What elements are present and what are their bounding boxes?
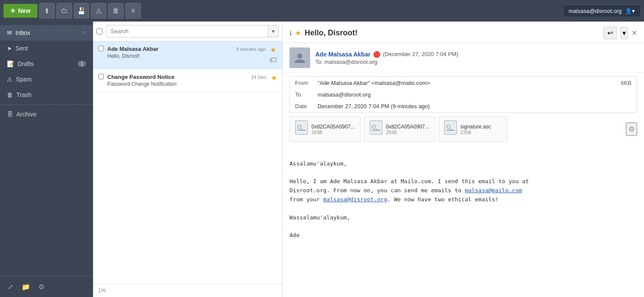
sender-to: To: malsasa@disroot.org	[315, 59, 637, 65]
sender-date: (December 27, 2020 7:04 PM)	[383, 51, 458, 57]
save-button[interactable]: 💾	[74, 3, 89, 19]
meta-from-row: From "Ade Malsasa Akbar" <malsasa@mailo.…	[291, 78, 636, 88]
email-checkbox-2[interactable]	[98, 74, 104, 79]
svg-rect-7	[445, 121, 457, 134]
body-line6: . We now have two ethical emails!	[387, 196, 498, 203]
gear-icon: ⚙	[38, 283, 44, 291]
sidebar-archive-label: Archive	[16, 111, 37, 118]
inbox-icon: ✉	[7, 29, 12, 36]
attachments-settings-button[interactable]: ⚙	[626, 122, 637, 136]
alert-button[interactable]: ⚠	[91, 3, 106, 19]
sidebar-item-spam[interactable]: ⚠ Spam	[0, 72, 93, 87]
svg-rect-1	[296, 121, 308, 134]
email-sender-row: Ade Malsasa Akbar 🔴 (December 27, 2020 7…	[283, 43, 644, 73]
date-label: Date	[291, 101, 312, 112]
email-list-panel: ▾ Ade Malsasa Akbar 9 minutes ago Hello,…	[93, 22, 283, 297]
sender-name-link[interactable]: Ade Malsasa Akbar	[315, 51, 370, 58]
folder-manage-icon: 📁	[22, 283, 30, 291]
import-button[interactable]: ⬆	[39, 3, 55, 19]
sidebar-inbox-label: Inbox	[16, 29, 30, 36]
attachment-name-3: signature.asc	[460, 124, 491, 130]
body-link2[interactable]: malsasa@disroot.org	[323, 196, 387, 203]
svg-rect-4	[370, 121, 382, 134]
chevron-down-icon: ▾	[272, 28, 275, 34]
sidebar: ✉ Inbox ☆ ➤ Sent 📝 Drafts 1	[0, 22, 93, 297]
body-link1[interactable]: malsasa@mailo.com	[465, 187, 522, 194]
inbox-star-icon: ☆	[81, 30, 86, 36]
folder-icon: 🗀	[61, 7, 68, 15]
user-account-button[interactable]: malsasa@disroot.org 👤▾	[563, 5, 641, 17]
email-star-icon[interactable]: ★	[295, 29, 301, 37]
svg-point-0	[297, 53, 302, 59]
body-line5: from your	[289, 196, 323, 203]
star-icon-1[interactable]: ★	[270, 46, 276, 54]
folder-manage-button[interactable]: 📁	[19, 280, 33, 294]
email-item-1[interactable]: Ade Malsasa Akbar 9 minutes ago Hello, D…	[93, 41, 282, 69]
email-item-2[interactable]: Change Password Notice 24 Dec. Password …	[93, 69, 282, 92]
attachment-icon-2	[370, 120, 383, 138]
info-icon[interactable]: ℹ	[289, 30, 292, 37]
attachment-name-1: 0x82CA05A0907...	[311, 124, 355, 130]
sidebar-item-sent[interactable]: ➤ Sent	[0, 41, 93, 56]
meta-date-row: Date December 27, 2020 7:04 PM (9 minute…	[291, 101, 636, 112]
folder-button[interactable]: 🗀	[56, 3, 72, 19]
email-list-header: ▾	[93, 22, 282, 41]
from-value: "Ade Malsasa Akbar" <malsasa@mailo.com>	[313, 78, 591, 88]
body-line10: Ade	[289, 232, 299, 238]
attachment-2[interactable]: 0x82CA05A0907... 293B	[364, 116, 435, 142]
archive-icon: 🗄	[7, 111, 13, 118]
menu-icon: ≡	[131, 7, 135, 15]
attachment-1[interactable]: 0x82CA05A0907... 293B	[289, 116, 361, 142]
sidebar-nav: ✉ Inbox ☆ ➤ Sent 📝 Drafts 1	[0, 22, 93, 276]
menu-button[interactable]: ≡	[125, 3, 141, 19]
main-content: ✉ Inbox ☆ ➤ Sent 📝 Drafts 1	[0, 22, 644, 297]
email-sender-1: Ade Malsasa Akbar	[107, 46, 159, 52]
user-email-label: malsasa@disroot.org	[569, 8, 622, 14]
sidebar-item-trash[interactable]: 🗑 Trash	[0, 87, 93, 103]
attachment-size-1: 293B	[311, 130, 355, 135]
svg-rect-5	[372, 130, 380, 131]
spam-icon: ⚠	[7, 76, 12, 83]
sidebar-item-inbox[interactable]: ✉ Inbox ☆	[0, 25, 93, 41]
email-checkbox-1[interactable]	[98, 46, 104, 51]
settings-button[interactable]: ⚙	[34, 280, 48, 294]
email-view-title: Hello, Disroot!	[305, 28, 358, 38]
sidebar-item-archive[interactable]: 🗄 Archive	[0, 106, 93, 122]
compose-icon: ✈	[10, 7, 16, 14]
sender-warning-icon: 🔴	[373, 51, 380, 58]
close-button[interactable]: ✕	[632, 29, 637, 37]
svg-rect-2	[297, 130, 306, 131]
attachments-section: 0x82CA05A0907... 293B 0x82CA	[283, 116, 644, 144]
toolbar: ✈ New ⬆ 🗀 💾 ⚠ 🗑 ≡ malsasa@disroot.org 👤▾	[0, 0, 644, 22]
delete-button[interactable]: 🗑	[108, 3, 124, 19]
reply-button[interactable]: ↩	[604, 27, 617, 39]
drafts-icon: 📝	[7, 60, 14, 67]
attachment-icon-1	[295, 120, 308, 138]
sidebar-trash-label: Trash	[16, 91, 31, 98]
email-size: 6KB	[592, 78, 636, 88]
attachment-icon-3	[444, 120, 457, 138]
trash-icon: 🗑	[112, 7, 119, 15]
reply-dropdown-button[interactable]: ▾	[620, 27, 628, 39]
search-input[interactable]	[106, 25, 268, 37]
expand-button[interactable]: ⤢	[3, 280, 17, 294]
date-value: December 27, 2020 7:04 PM (9 minutes ago…	[313, 101, 591, 112]
email-sender-2: Change Password Notice	[107, 74, 174, 80]
trash-folder-icon: 🗑	[7, 91, 13, 98]
email-time-2: 24 Dec.	[251, 75, 268, 80]
sidebar-drafts-label: Drafts	[18, 60, 34, 67]
sidebar-item-drafts[interactable]: 📝 Drafts 1	[0, 56, 93, 72]
user-avatar-icon: 👤▾	[625, 8, 635, 14]
email-list-percent: 1%	[98, 288, 106, 294]
svg-rect-8	[446, 130, 455, 131]
attachment-3[interactable]: signature.asc 235B	[439, 116, 507, 142]
attachment-size-2: 293B	[386, 130, 429, 135]
star-icon-2[interactable]: ★	[271, 74, 277, 82]
attachment-size-3: 235B	[460, 130, 491, 135]
select-all-checkbox[interactable]	[96, 28, 103, 34]
new-button[interactable]: ✈ New	[3, 4, 37, 18]
search-dropdown-button[interactable]: ▾	[268, 25, 278, 37]
sidebar-spam-label: Spam	[16, 76, 32, 83]
email-subject-2: Password Change Notification	[107, 81, 268, 87]
body-line3: Hello, I am Ade Malsasa Akbar at Mailo.c…	[289, 178, 529, 184]
